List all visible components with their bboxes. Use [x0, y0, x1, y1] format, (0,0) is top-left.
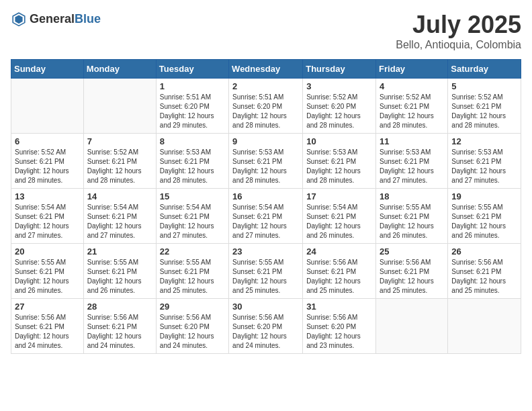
day-info: Sunrise: 5:56 AMSunset: 6:20 PMDaylight:… [306, 313, 372, 351]
day-number: 3 [306, 81, 372, 91]
day-info: Sunrise: 5:54 AMSunset: 6:21 PMDaylight:… [87, 203, 152, 240]
weekday-header-wednesday: Wednesday [229, 60, 303, 79]
day-info: Sunrise: 5:56 AMSunset: 6:20 PMDaylight:… [232, 313, 299, 351]
calendar-cell: 6Sunrise: 5:52 AMSunset: 6:21 PMDaylight… [11, 134, 84, 189]
calendar-cell: 14Sunrise: 5:54 AMSunset: 6:21 PMDayligh… [83, 189, 156, 244]
day-info: Sunrise: 5:54 AMSunset: 6:21 PMDaylight:… [306, 203, 372, 240]
day-number: 17 [306, 191, 372, 201]
day-number: 23 [232, 246, 299, 257]
day-number: 29 [160, 302, 225, 312]
day-number: 21 [87, 246, 152, 257]
calendar-cell: 28Sunrise: 5:56 AMSunset: 6:21 PMDayligh… [83, 299, 156, 354]
calendar-cell: 20Sunrise: 5:55 AMSunset: 6:21 PMDayligh… [11, 244, 84, 299]
day-info: Sunrise: 5:51 AMSunset: 6:20 PMDaylight:… [160, 93, 225, 130]
svg-marker-1 [15, 15, 22, 24]
location-title: Bello, Antioquia, Colombia [396, 39, 521, 51]
weekday-header-sunday: Sunday [11, 60, 84, 79]
day-info: Sunrise: 5:55 AMSunset: 6:21 PMDaylight:… [15, 258, 80, 295]
weekday-header-row: SundayMondayTuesdayWednesdayThursdayFrid… [11, 60, 521, 79]
title-block: July 2025 Bello, Antioquia, Colombia [396, 11, 521, 51]
weekday-header-saturday: Saturday [448, 60, 521, 79]
weekday-header-tuesday: Tuesday [156, 60, 228, 79]
calendar-cell: 9Sunrise: 5:53 AMSunset: 6:21 PMDaylight… [229, 134, 303, 189]
day-info: Sunrise: 5:56 AMSunset: 6:20 PMDaylight:… [160, 313, 225, 351]
day-number: 24 [306, 246, 372, 257]
day-info: Sunrise: 5:54 AMSunset: 6:21 PMDaylight:… [160, 203, 225, 240]
calendar-cell: 31Sunrise: 5:56 AMSunset: 6:20 PMDayligh… [303, 299, 376, 354]
calendar-cell: 2Sunrise: 5:51 AMSunset: 6:20 PMDaylight… [229, 79, 303, 134]
day-number: 9 [232, 136, 299, 146]
week-row-4: 20Sunrise: 5:55 AMSunset: 6:21 PMDayligh… [11, 244, 521, 299]
day-number: 10 [306, 136, 372, 146]
day-number: 22 [160, 246, 225, 257]
day-info: Sunrise: 5:55 AMSunset: 6:21 PMDaylight:… [380, 203, 444, 240]
day-info: Sunrise: 5:56 AMSunset: 6:21 PMDaylight:… [15, 313, 80, 351]
day-info: Sunrise: 5:55 AMSunset: 6:21 PMDaylight:… [87, 258, 152, 295]
day-info: Sunrise: 5:52 AMSunset: 6:21 PMDaylight:… [15, 148, 80, 185]
logo: GeneralBlue [11, 11, 101, 27]
day-number: 16 [232, 191, 299, 201]
calendar-cell: 29Sunrise: 5:56 AMSunset: 6:20 PMDayligh… [156, 299, 228, 354]
day-number: 19 [451, 191, 517, 201]
weekday-header-friday: Friday [376, 60, 448, 79]
day-info: Sunrise: 5:54 AMSunset: 6:21 PMDaylight:… [232, 203, 299, 240]
day-number: 2 [232, 81, 299, 91]
day-info: Sunrise: 5:53 AMSunset: 6:21 PMDaylight:… [380, 148, 444, 185]
calendar-cell: 10Sunrise: 5:53 AMSunset: 6:21 PMDayligh… [303, 134, 376, 189]
logo-general: General [30, 12, 75, 26]
day-info: Sunrise: 5:55 AMSunset: 6:21 PMDaylight:… [160, 258, 225, 295]
day-info: Sunrise: 5:55 AMSunset: 6:21 PMDaylight:… [451, 203, 517, 240]
calendar-cell: 11Sunrise: 5:53 AMSunset: 6:21 PMDayligh… [376, 134, 448, 189]
day-info: Sunrise: 5:52 AMSunset: 6:21 PMDaylight:… [87, 148, 152, 185]
day-number: 13 [15, 191, 80, 201]
day-number: 20 [15, 246, 80, 257]
calendar-cell: 16Sunrise: 5:54 AMSunset: 6:21 PMDayligh… [229, 189, 303, 244]
week-row-5: 27Sunrise: 5:56 AMSunset: 6:21 PMDayligh… [11, 299, 521, 354]
day-number: 6 [15, 136, 80, 146]
calendar-cell: 30Sunrise: 5:56 AMSunset: 6:20 PMDayligh… [229, 299, 303, 354]
calendar-cell: 1Sunrise: 5:51 AMSunset: 6:20 PMDaylight… [156, 79, 228, 134]
day-number: 8 [160, 136, 225, 146]
calendar-cell: 7Sunrise: 5:52 AMSunset: 6:21 PMDaylight… [83, 134, 156, 189]
calendar-cell: 19Sunrise: 5:55 AMSunset: 6:21 PMDayligh… [448, 189, 521, 244]
calendar-cell: 13Sunrise: 5:54 AMSunset: 6:21 PMDayligh… [11, 189, 84, 244]
day-info: Sunrise: 5:53 AMSunset: 6:21 PMDaylight:… [232, 148, 299, 185]
calendar-cell: 5Sunrise: 5:52 AMSunset: 6:21 PMDaylight… [448, 79, 521, 134]
day-number: 1 [160, 81, 225, 91]
day-number: 25 [380, 246, 444, 257]
day-number: 26 [451, 246, 517, 257]
calendar-cell [11, 79, 84, 134]
calendar-cell [83, 79, 156, 134]
week-row-2: 6Sunrise: 5:52 AMSunset: 6:21 PMDaylight… [11, 134, 521, 189]
day-info: Sunrise: 5:53 AMSunset: 6:21 PMDaylight:… [160, 148, 225, 185]
day-number: 15 [160, 191, 225, 201]
day-info: Sunrise: 5:56 AMSunset: 6:21 PMDaylight:… [87, 313, 152, 351]
calendar-cell: 27Sunrise: 5:56 AMSunset: 6:21 PMDayligh… [11, 299, 84, 354]
calendar-cell: 3Sunrise: 5:52 AMSunset: 6:20 PMDaylight… [303, 79, 376, 134]
page-header: GeneralBlue July 2025 Bello, Antioquia, … [11, 11, 521, 51]
day-info: Sunrise: 5:51 AMSunset: 6:20 PMDaylight:… [232, 93, 299, 130]
day-number: 11 [380, 136, 444, 146]
day-number: 14 [87, 191, 152, 201]
calendar-cell: 22Sunrise: 5:55 AMSunset: 6:21 PMDayligh… [156, 244, 228, 299]
calendar-cell: 23Sunrise: 5:55 AMSunset: 6:21 PMDayligh… [229, 244, 303, 299]
day-number: 28 [87, 302, 152, 312]
day-number: 4 [380, 81, 444, 91]
day-number: 31 [306, 302, 372, 312]
calendar-table: SundayMondayTuesdayWednesdayThursdayFrid… [11, 59, 521, 354]
calendar-cell: 4Sunrise: 5:52 AMSunset: 6:21 PMDaylight… [376, 79, 448, 134]
calendar-cell: 21Sunrise: 5:55 AMSunset: 6:21 PMDayligh… [83, 244, 156, 299]
day-info: Sunrise: 5:56 AMSunset: 6:21 PMDaylight:… [306, 258, 372, 295]
calendar-cell: 8Sunrise: 5:53 AMSunset: 6:21 PMDaylight… [156, 134, 228, 189]
month-title: July 2025 [396, 11, 521, 39]
day-info: Sunrise: 5:52 AMSunset: 6:21 PMDaylight:… [380, 93, 444, 130]
logo-text: GeneralBlue [30, 12, 101, 26]
day-number: 7 [87, 136, 152, 146]
calendar-cell: 12Sunrise: 5:53 AMSunset: 6:21 PMDayligh… [448, 134, 521, 189]
logo-icon [11, 11, 27, 27]
day-info: Sunrise: 5:52 AMSunset: 6:20 PMDaylight:… [306, 93, 372, 130]
calendar-cell: 18Sunrise: 5:55 AMSunset: 6:21 PMDayligh… [376, 189, 448, 244]
day-info: Sunrise: 5:55 AMSunset: 6:21 PMDaylight:… [232, 258, 299, 295]
day-number: 30 [232, 302, 299, 312]
calendar-cell [376, 299, 448, 354]
